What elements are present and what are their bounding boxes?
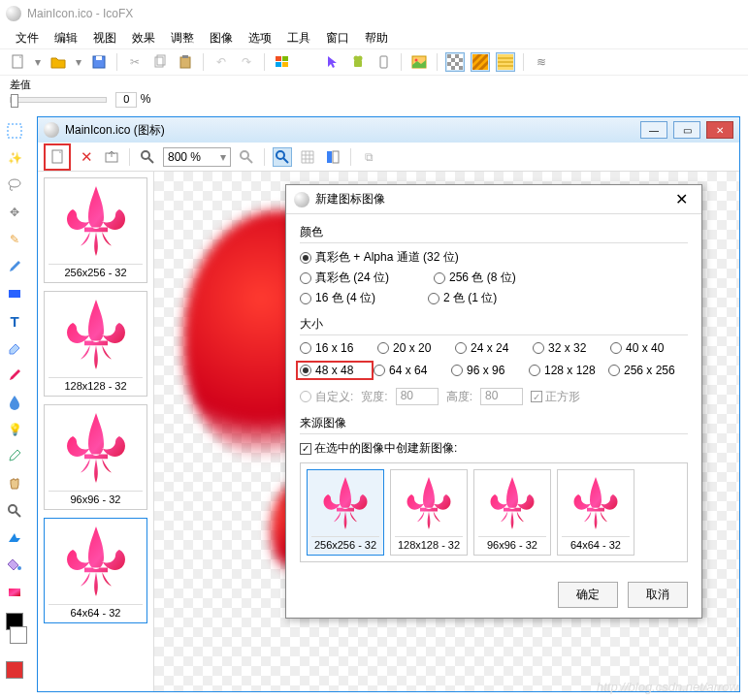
size-32[interactable]: 32 x 32 — [533, 341, 610, 355]
text-icon[interactable]: T — [4, 310, 25, 332]
pencil-icon[interactable]: ✎ — [4, 229, 25, 250]
color-8bit[interactable]: 256 色 (8 位) — [434, 270, 568, 286]
background-color[interactable] — [10, 626, 27, 644]
color-1bit[interactable]: 2 色 (1 位) — [428, 290, 562, 306]
menu-edit[interactable]: 编辑 — [47, 27, 85, 49]
maximize-button[interactable]: ▭ — [673, 121, 700, 139]
thumb-96[interactable]: 96x96 - 32 — [44, 404, 147, 510]
svg-point-43 — [142, 151, 149, 159]
size-96[interactable]: 96 x 96 — [451, 361, 529, 380]
android-icon[interactable] — [348, 52, 368, 72]
menu-view[interactable]: 视图 — [85, 27, 124, 49]
size-16[interactable]: 16 x 16 — [300, 341, 377, 355]
cut-icon[interactable]: ✂ — [125, 52, 145, 72]
thumb-256[interactable]: 256x256 - 32 — [44, 177, 147, 283]
shape-icon[interactable] — [4, 527, 25, 549]
checker-icon[interactable] — [445, 52, 465, 72]
cursor-icon[interactable] — [323, 52, 342, 72]
accent-color[interactable] — [6, 661, 23, 679]
color-4bit[interactable]: 16 色 (4 位) — [300, 290, 428, 306]
src-thumb-256[interactable]: 256x256 - 32 — [307, 469, 384, 556]
layers-icon[interactable]: ≋ — [532, 52, 551, 72]
new-dropdown-icon[interactable]: ▾ — [33, 52, 43, 72]
pan-icon[interactable] — [4, 473, 25, 494]
redo-icon[interactable]: ↷ — [237, 52, 256, 72]
menu-image[interactable]: 图像 — [202, 27, 241, 49]
size-128[interactable]: 128 x 128 — [529, 361, 608, 380]
size-custom[interactable]: 自定义: — [300, 389, 353, 405]
source-checkbox[interactable]: ✓在选中的图像中创建新图像: — [300, 441, 457, 455]
menu-options[interactable]: 选项 — [241, 27, 279, 49]
delete-icon[interactable]: ✕ — [77, 147, 96, 167]
actual-pixels-icon[interactable] — [273, 147, 292, 167]
close-button[interactable]: ✕ — [706, 121, 733, 139]
menu-window[interactable]: 窗口 — [318, 27, 357, 49]
size-20[interactable]: 20 x 20 — [377, 341, 455, 355]
size-64[interactable]: 64 x 64 — [374, 361, 451, 380]
gradient-icon[interactable] — [4, 582, 25, 603]
open-dropdown-icon[interactable]: ▾ — [74, 52, 83, 72]
stripes-icon[interactable] — [471, 52, 490, 72]
paste-icon[interactable] — [176, 52, 195, 72]
src-thumb-128[interactable]: 128x128 - 32 — [390, 469, 468, 556]
size-24[interactable]: 24 x 24 — [455, 341, 533, 355]
drop-icon[interactable] — [4, 392, 25, 413]
width-input[interactable]: 80 — [396, 388, 439, 405]
export-icon[interactable] — [102, 147, 121, 167]
new-page-icon[interactable] — [48, 147, 67, 167]
height-input[interactable]: 80 — [480, 388, 523, 405]
size-40[interactable]: 40 x 40 — [610, 341, 688, 355]
windows-icon[interactable] — [273, 52, 292, 72]
new-file-icon[interactable] — [8, 52, 27, 72]
select-rect-icon[interactable] — [4, 120, 25, 142]
copy-icon[interactable] — [150, 52, 170, 72]
menu-file[interactable]: 文件 — [8, 27, 47, 49]
apple-icon[interactable] — [298, 52, 317, 72]
color-24bit[interactable]: 真彩色 (24 位) — [300, 270, 434, 286]
dialog-titlebar[interactable]: 新建图标图像 ✕ — [286, 185, 701, 214]
threshold-value[interactable]: 0 — [115, 92, 137, 108]
zoom-select[interactable]: 800 %▾ — [163, 147, 231, 167]
wand-icon[interactable]: ✨ — [4, 147, 25, 169]
save-icon[interactable] — [89, 52, 109, 72]
picture-icon[interactable] — [409, 52, 429, 72]
rect-fill-icon[interactable] — [4, 283, 25, 304]
grid-icon[interactable] — [298, 147, 317, 167]
doc-titlebar[interactable]: MainIcon.ico (图标) — ▭ ✕ — [38, 117, 739, 143]
open-folder-icon[interactable] — [49, 52, 68, 72]
ok-button[interactable]: 确定 — [558, 582, 618, 608]
brush-icon[interactable] — [4, 256, 25, 277]
split-icon[interactable] — [323, 147, 342, 167]
size-48[interactable]: 48 x 48 — [300, 364, 370, 377]
crop-icon[interactable]: ⧉ — [359, 147, 378, 167]
thumb-64[interactable]: 64x64 - 32 — [44, 518, 147, 623]
size-256[interactable]: 256 x 256 — [608, 361, 688, 380]
lasso-icon[interactable] — [4, 175, 25, 196]
zoom-tool-icon[interactable] — [138, 147, 157, 167]
src-thumb-96[interactable]: 96x96 - 32 — [473, 469, 551, 556]
cancel-button[interactable]: 取消 — [628, 582, 688, 608]
menu-help[interactable]: 帮助 — [357, 27, 396, 49]
minimize-button[interactable]: — — [640, 121, 667, 139]
dialog-close-icon[interactable]: ✕ — [669, 188, 694, 210]
square-checkbox[interactable]: ✓正方形 — [531, 389, 580, 405]
eyedropper-icon[interactable] — [4, 446, 25, 467]
bulb-icon[interactable]: 💡 — [4, 419, 25, 440]
recolor-brush-icon[interactable] — [4, 365, 25, 386]
zoom-fit-icon[interactable] — [237, 147, 256, 167]
undo-icon[interactable]: ↶ — [211, 52, 231, 72]
phone-icon[interactable] — [374, 52, 393, 72]
src-thumb-64[interactable]: 64x64 - 32 — [557, 469, 634, 556]
menu-effect[interactable]: 效果 — [124, 27, 163, 49]
eraser-icon[interactable] — [4, 337, 25, 359]
menu-tools[interactable]: 工具 — [279, 27, 318, 49]
threshold-slider[interactable] — [10, 97, 107, 103]
move-icon[interactable]: ✥ — [4, 202, 25, 223]
hgrid-icon[interactable] — [496, 52, 515, 72]
menu-adjust[interactable]: 调整 — [163, 27, 202, 49]
thumb-128[interactable]: 128x128 - 32 — [44, 291, 147, 397]
paint-bucket-icon[interactable] — [4, 555, 25, 576]
color-32bit[interactable]: 真彩色 + Alpha 通道 (32 位) — [300, 249, 562, 266]
main-toolbar: ▾ ▾ ✂ ↶ ↷ ≋ — [0, 48, 748, 76]
zoom-icon[interactable] — [4, 500, 25, 522]
